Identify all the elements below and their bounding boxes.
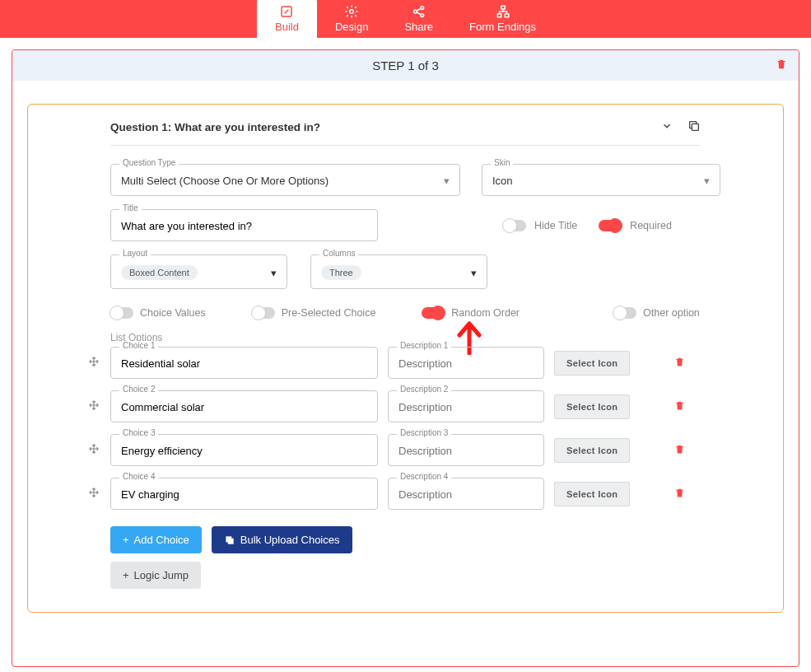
svg-rect-6	[497, 14, 501, 17]
duplicate-button[interactable]	[687, 119, 701, 135]
choice-row: Choice 3 Description 3 Select Icon	[110, 434, 701, 466]
description-input[interactable]	[399, 357, 534, 370]
description-field[interactable]: Description 1	[388, 347, 544, 379]
move-icon	[88, 399, 100, 411]
description-field[interactable]: Description 2	[388, 390, 544, 422]
layout-value: Boxed Content	[121, 265, 198, 280]
tab-design-label: Design	[335, 21, 368, 33]
choice-values-toggle[interactable]: Choice Values	[110, 307, 206, 319]
question-type-value: Multi Select (Choose One Or More Options…	[121, 175, 329, 187]
choice-field[interactable]: Choice 1	[110, 347, 378, 379]
question-card: Question 1: What are you interested in? …	[27, 104, 784, 613]
tab-share-label: Share	[404, 21, 433, 33]
tab-share[interactable]: Share	[386, 1, 451, 38]
sitemap-icon	[496, 4, 510, 19]
description-field[interactable]: Description 3	[388, 434, 544, 466]
delete-choice-button[interactable]	[674, 399, 685, 414]
drag-handle[interactable]	[87, 443, 100, 457]
trash-icon	[674, 443, 685, 455]
description-input[interactable]	[399, 488, 534, 501]
other-option-toggle[interactable]: Other option	[613, 307, 700, 319]
trash-icon	[674, 356, 685, 368]
delete-choice-button[interactable]	[674, 356, 685, 371]
choice-field[interactable]: Choice 3	[110, 434, 378, 466]
choice-input[interactable]	[121, 488, 367, 501]
description-field[interactable]: Description 4	[388, 478, 544, 510]
hide-title-label: Hide Title	[534, 220, 577, 231]
question-type-label: Question Type	[119, 158, 179, 167]
trash-icon	[674, 399, 685, 412]
columns-label: Columns	[319, 249, 358, 258]
preselected-toggle[interactable]: Pre-Selected Choice	[252, 307, 376, 319]
description-label: Description 3	[397, 428, 451, 437]
select-icon-button[interactable]: Select Icon	[554, 438, 630, 463]
question-title: Question 1: What are you interested in?	[110, 121, 661, 133]
description-input[interactable]	[399, 445, 534, 457]
gear-icon	[344, 4, 359, 19]
collapse-button[interactable]	[661, 120, 673, 134]
move-icon	[88, 487, 100, 498]
move-icon	[88, 443, 100, 455]
random-order-toggle[interactable]: Random Order	[422, 307, 520, 319]
columns-select[interactable]: Columns Three ▾	[310, 254, 487, 289]
choice-field[interactable]: Choice 2	[110, 390, 378, 422]
choice-label: Choice 4	[119, 472, 158, 481]
select-icon-button[interactable]: Select Icon	[554, 394, 630, 419]
svg-rect-8	[692, 124, 698, 130]
caret-down-icon: ▾	[471, 267, 477, 279]
question-type-select[interactable]: Question Type Multi Select (Choose One O…	[110, 164, 460, 196]
caret-down-icon: ▾	[704, 175, 710, 187]
drag-handle[interactable]	[87, 487, 100, 501]
delete-choice-button[interactable]	[674, 443, 685, 458]
title-field[interactable]: Title	[110, 209, 378, 241]
layout-label: Layout	[119, 249, 151, 258]
delete-choice-button[interactable]	[674, 487, 685, 502]
chevron-down-icon	[661, 120, 673, 132]
add-choice-button[interactable]: + Add Choice	[110, 526, 202, 553]
choice-values-label: Choice Values	[140, 307, 206, 319]
choice-row: Choice 1 Description 1 Select Icon	[110, 347, 701, 379]
columns-value: Three	[321, 265, 361, 280]
choice-label: Choice 2	[119, 385, 158, 394]
description-label: Description 2	[397, 385, 451, 394]
tab-build-label: Build	[275, 21, 299, 33]
trash-icon	[776, 58, 787, 71]
title-input[interactable]	[121, 220, 367, 232]
tab-design[interactable]: Design	[317, 1, 386, 38]
choice-row: Choice 2 Description 2 Select Icon	[110, 390, 701, 422]
bulk-upload-button[interactable]: Bulk Upload Choices	[212, 526, 352, 553]
required-label: Required	[630, 220, 672, 231]
select-icon-button[interactable]: Select Icon	[554, 482, 630, 506]
hide-title-toggle[interactable]: Hide Title	[503, 220, 577, 231]
choice-row: Choice 4 Description 4 Select Icon	[110, 478, 701, 510]
drag-handle[interactable]	[87, 356, 100, 370]
svg-rect-10	[227, 538, 233, 544]
form-builder-page: STEP 1 of 3 Question 1: What are you int…	[12, 49, 799, 667]
choice-input[interactable]	[121, 401, 367, 413]
title-label: Title	[119, 203, 142, 212]
skin-select[interactable]: Skin Icon ▾	[482, 164, 720, 196]
other-option-label: Other option	[643, 307, 700, 319]
caret-down-icon: ▾	[271, 267, 277, 279]
description-input[interactable]	[399, 401, 534, 413]
bulk-upload-label: Bulk Upload Choices	[240, 534, 340, 546]
topnav: Build Design Share Form Endings	[0, 0, 811, 38]
select-icon-button[interactable]: Select Icon	[554, 351, 630, 376]
tab-form-endings[interactable]: Form Endings	[451, 1, 554, 38]
edit-icon	[279, 4, 294, 19]
choice-field[interactable]: Choice 4	[110, 478, 378, 510]
copy-icon	[687, 119, 701, 133]
description-label: Description 1	[397, 341, 451, 350]
step-bar: STEP 1 of 3	[12, 50, 799, 81]
tab-build[interactable]: Build	[257, 0, 317, 38]
logic-jump-button[interactable]: + Logic Jump	[110, 562, 201, 589]
skin-value: Icon	[492, 175, 513, 187]
choice-input[interactable]	[121, 445, 367, 457]
required-toggle[interactable]: Required	[599, 220, 672, 231]
svg-point-1	[350, 10, 354, 14]
drag-handle[interactable]	[87, 399, 100, 413]
share-icon	[412, 4, 426, 19]
layout-select[interactable]: Layout Boxed Content ▾	[110, 254, 287, 289]
delete-step-button[interactable]	[776, 58, 787, 73]
choice-input[interactable]	[121, 357, 367, 370]
